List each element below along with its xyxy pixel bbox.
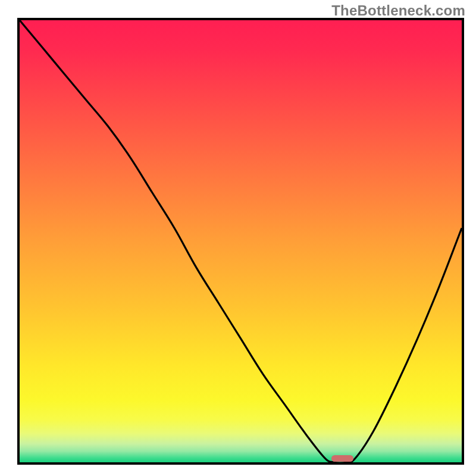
optimal-marker [331,455,353,462]
bottleneck-curve [20,20,462,462]
source-watermark: TheBottleneck.com [331,2,465,19]
plot-area [17,18,464,465]
chart-frame: TheBottleneck.com [0,0,476,476]
